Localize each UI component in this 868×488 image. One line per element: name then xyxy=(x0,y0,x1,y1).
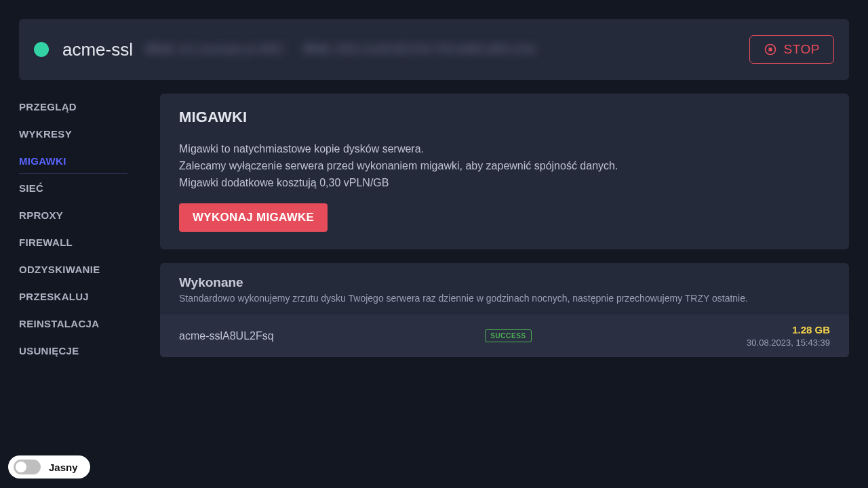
snapshot-desc-line-3: Migawki dodatkowe kosztują 0,30 vPLN/GB xyxy=(179,175,830,192)
ipv6-value: 2001:41d8:602:f54:705:8d86:a8f0:c24e xyxy=(335,43,536,56)
sidebar-item-recovery[interactable]: ODZYSKIWANIE xyxy=(19,258,127,282)
header-address-blur: IPv4: ns1.example.pl 4952 IPv6: 2001:41d… xyxy=(146,43,736,56)
ipv4-label: IPv4: xyxy=(146,43,174,56)
status-indicator xyxy=(34,42,49,57)
sidebar-item-label: PRZESKALUJ xyxy=(19,291,89,302)
snapshot-size: 1.28 GB xyxy=(747,324,830,336)
snapshot-date: 30.08.2023, 15:43:39 xyxy=(747,338,830,348)
toggle-thumb xyxy=(16,462,26,472)
snapshot-desc-line-1: Migawki to natychmiastowe kopie dysków s… xyxy=(179,141,830,158)
stop-button-label: STOP xyxy=(784,42,820,57)
sidebar-item-label: WYKRESY xyxy=(19,128,72,140)
svg-rect-1 xyxy=(768,48,772,52)
snapshot-meta: 1.28 GB 30.08.2023, 15:43:39 xyxy=(747,324,830,348)
sidebar-item-label: REINSTALACJA xyxy=(19,318,99,329)
completed-title: Wykonane xyxy=(179,275,830,290)
completed-subtitle: Standardowo wykonujemy zrzutu dysku Twoj… xyxy=(179,293,830,304)
ipv6-label: IPv6: xyxy=(304,43,332,56)
completed-snapshots-card: Wykonane Standardowo wykonujemy zrzutu d… xyxy=(160,263,849,357)
sidebar-item-reinstall[interactable]: REINSTALACJA xyxy=(19,312,127,336)
sidebar-item-snapshots[interactable]: MIGAWKI xyxy=(19,149,127,174)
theme-toggle-label: Jasny xyxy=(49,462,78,473)
take-snapshot-button-label: WYKONAJ MIGAWKE xyxy=(193,211,314,224)
power-icon xyxy=(764,43,777,56)
sidebar-item-label: ODZYSKIWANIE xyxy=(19,264,100,275)
sidebar-item-overview[interactable]: PRZEGLĄD xyxy=(19,95,127,119)
main-content: MIGAWKI Migawki to natychmiastowe kopie … xyxy=(160,94,849,357)
sidebar-item-label: RPROXY xyxy=(19,209,63,221)
theme-toggle[interactable]: Jasny xyxy=(8,455,90,479)
server-header: acme-ssl IPv4: ns1.example.pl 4952 IPv6:… xyxy=(19,19,849,80)
ipv4-value: ns1.example.pl 4952 xyxy=(177,43,283,56)
snapshot-row[interactable]: acme-sslA8UL2Fsq SUCCESS 1.28 GB 30.08.2… xyxy=(160,314,849,357)
stop-button[interactable]: STOP xyxy=(749,35,834,64)
sidebar-item-rproxy[interactable]: RPROXY xyxy=(19,203,127,228)
snapshots-card: MIGAWKI Migawki to natychmiastowe kopie … xyxy=(160,94,849,249)
sidebar-item-firewall[interactable]: FIREWALL xyxy=(19,230,127,255)
section-title: MIGAWKI xyxy=(179,108,830,126)
sidebar-item-network[interactable]: SIEĆ xyxy=(19,176,127,201)
sidebar-item-label: MIGAWKI xyxy=(19,155,66,167)
sidebar-item-label: PRZEGLĄD xyxy=(19,101,77,113)
completed-header: Wykonane Standardowo wykonujemy zrzutu d… xyxy=(160,263,849,314)
take-snapshot-button[interactable]: WYKONAJ MIGAWKE xyxy=(179,203,328,232)
sidebar-item-charts[interactable]: WYKRESY xyxy=(19,122,127,146)
server-name: acme-ssl xyxy=(62,39,133,60)
sidebar-item-rescale[interactable]: PRZESKALUJ xyxy=(19,285,127,309)
sidebar-item-label: SIEĆ xyxy=(19,182,43,194)
toggle-track xyxy=(14,460,41,474)
status-badge: SUCCESS xyxy=(485,329,532,342)
sidebar-item-delete[interactable]: USUNIĘCJE xyxy=(19,339,127,363)
snapshot-desc-line-2: Zalecamy wyłączenie serwera przed wykona… xyxy=(179,158,830,175)
sidebar-item-label: FIREWALL xyxy=(19,237,73,248)
snapshot-status-wrap: SUCCESS xyxy=(485,329,747,342)
sidebar-item-label: USUNIĘCJE xyxy=(19,345,79,357)
sidebar: PRZEGLĄD WYKRESY MIGAWKI SIEĆ RPROXY FIR… xyxy=(19,94,127,366)
snapshot-name: acme-sslA8UL2Fsq xyxy=(179,330,485,342)
